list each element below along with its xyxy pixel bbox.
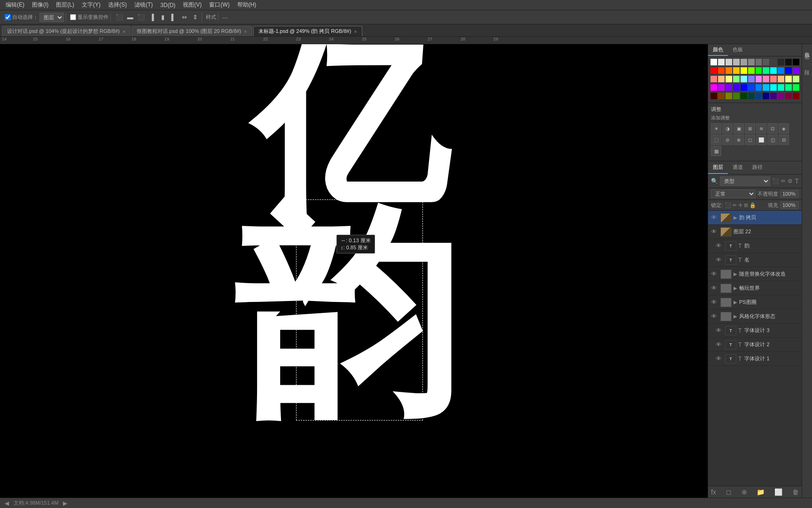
new-adjustment-btn[interactable]: ⊕ [742, 488, 747, 496]
swatch-lime[interactable] [793, 76, 799, 82]
swatch-40[interactable] [770, 59, 777, 65]
swatch-amber[interactable] [733, 67, 740, 74]
swatch-peach[interactable] [718, 76, 725, 82]
strip-paragraph-icon[interactable]: 段 [803, 64, 812, 68]
swatch-white[interactable] [710, 59, 717, 65]
add-mask-btn[interactable]: ◻ [726, 488, 732, 496]
swatch-crimson[interactable] [785, 93, 792, 99]
swatch-salmon[interactable] [770, 76, 777, 82]
swatch-aqua[interactable] [770, 84, 777, 91]
new-group-btn[interactable]: 📁 [757, 488, 765, 496]
layer-eye-fontdesign1[interactable]: 👁 [716, 355, 723, 362]
swatch-khaki[interactable] [785, 76, 792, 82]
adj-posterize-icon[interactable]: ◫ [767, 135, 778, 145]
adj-colorbalance-icon[interactable]: ◈ [779, 123, 789, 134]
swatch-periwinkle[interactable] [748, 76, 755, 82]
layer-type-filter[interactable]: 类型 [720, 176, 770, 186]
swatch-olive[interactable] [726, 93, 732, 99]
layer-eye-name-text[interactable]: 👁 [716, 256, 723, 263]
tab-untitled[interactable]: 未标题-1.psd @ 249% (韵 拷贝 RGB/8#) × [253, 26, 362, 36]
swatch-maroon[interactable] [710, 93, 717, 99]
adj-threshold-icon[interactable]: ⊟ [779, 135, 789, 145]
tab-color[interactable]: 颜色 [708, 44, 728, 56]
distribute-h-icon[interactable]: ⇔ [180, 13, 189, 22]
lock-all-icon[interactable]: 🔒 [750, 202, 756, 208]
swatch-cyan[interactable] [770, 67, 777, 74]
tab-design-close[interactable]: × [123, 29, 125, 34]
swatch-magenta[interactable] [710, 84, 717, 91]
swatch-orchid[interactable] [756, 76, 762, 82]
swatch-spring[interactable] [763, 67, 769, 74]
swatch-jade[interactable] [793, 84, 799, 91]
swatch-chartreuse[interactable] [748, 67, 755, 74]
tab-design[interactable]: 设计对话.psd @ 104% (提起设计的梦想 RGB/8#) × [2, 26, 131, 36]
swatch-indigo[interactable] [733, 84, 740, 91]
layer-eye-group-ps[interactable]: 👁 [711, 299, 718, 306]
swatch-darkgreen[interactable] [741, 93, 747, 99]
swatch-cream[interactable] [726, 76, 732, 82]
align-center-icon[interactable]: ▮ [158, 13, 167, 22]
menu-image[interactable]: 图像(I) [28, 0, 52, 10]
swatch-d0[interactable] [726, 59, 732, 65]
layer-filter-icon3[interactable]: ⚙ [788, 178, 793, 184]
more-options[interactable]: ··· [220, 14, 230, 21]
tab-cutout[interactable]: 抠图教程对话.psd @ 100% (图层 20 RGB/8#) × [132, 26, 252, 36]
adj-bw-icon[interactable]: ⬚ [711, 135, 721, 145]
layer-item-group-random[interactable]: 👁 ▶ 随意替换化字体改造 [708, 267, 802, 281]
layer-eye-yun-text[interactable]: 👁 [716, 242, 723, 249]
tab-untitled-close[interactable]: × [354, 29, 357, 34]
layer-item-name-text[interactable]: 👁 T T 名 [708, 253, 802, 267]
swatch-black[interactable] [793, 59, 799, 65]
layer-group-arrow-world[interactable]: ▶ [734, 286, 737, 291]
lock-position-icon[interactable]: ✛ [738, 202, 742, 208]
layer-group-arrow-ps[interactable]: ▶ [734, 300, 737, 305]
opacity-input[interactable] [780, 190, 799, 198]
menu-window[interactable]: 窗口(W) [205, 0, 233, 10]
layer-item-yun-copy[interactable]: 👁 ▶ 韵 拷贝 [708, 211, 802, 225]
swatch-88[interactable] [748, 59, 755, 65]
layer-filter-icon1[interactable]: ⬛ [772, 178, 779, 184]
new-layer-btn[interactable]: ⬜ [774, 488, 782, 496]
layer-group-arrow-yun[interactable]: ▶ [734, 215, 737, 220]
layer-item-group-ps[interactable]: 👁 ▶ PS图圈 [708, 295, 802, 310]
layer-item-fontdesign3[interactable]: 👁 T T 字体设计 3 [708, 324, 802, 338]
swatch-purple3[interactable] [778, 93, 784, 99]
layer-eye-fontdesign3[interactable]: 👁 [716, 327, 723, 334]
lock-transparent-icon[interactable]: ⬛ [725, 202, 731, 208]
tab-channels[interactable]: 通道 [728, 161, 748, 174]
distribute-v-icon[interactable]: ⇕ [190, 13, 200, 22]
swatch-emerald[interactable] [785, 84, 792, 91]
menu-layer[interactable]: 图层(L) [52, 0, 78, 10]
adj-exposure-icon[interactable]: ⊞ [745, 123, 755, 134]
swatch-yellow[interactable] [741, 67, 747, 74]
menu-help[interactable]: 帮助(H) [234, 0, 260, 10]
swatch-azure[interactable] [778, 67, 784, 74]
swatch-purple2[interactable] [726, 84, 732, 91]
menu-filter[interactable]: 滤镜(T) [131, 0, 156, 10]
layer-filter-icon2[interactable]: ✏ [781, 178, 786, 184]
swatch-70[interactable] [756, 59, 762, 65]
swatch-tan[interactable] [778, 76, 784, 82]
menu-edit[interactable]: 编辑(E) [2, 0, 28, 10]
layer-group-arrow-font[interactable]: ▶ [734, 314, 737, 319]
add-layer-style-btn[interactable]: fx [711, 488, 716, 496]
layer-group-arrow-random[interactable]: ▶ [734, 271, 737, 277]
strip-color-icon[interactable]: 颜色 [803, 46, 812, 50]
auto-select-dropdown[interactable]: 图层 [39, 13, 64, 22]
swatch-darkred[interactable] [793, 93, 799, 99]
layer-item-group-font[interactable]: 👁 ▶ 风格化字体形态 [708, 310, 802, 324]
swatch-darkolive[interactable] [733, 93, 740, 99]
layer-eye-group-random[interactable]: 👁 [711, 270, 718, 278]
align-right-icon[interactable]: ▌ [169, 13, 178, 22]
layer-eye-group-font[interactable]: 👁 [711, 313, 718, 320]
tab-cutout-close[interactable]: × [244, 29, 247, 34]
swatch-cornflower[interactable] [756, 84, 762, 91]
adj-invert-icon[interactable]: ⬜ [756, 135, 766, 145]
swatch-dodger[interactable] [748, 84, 755, 91]
menu-select[interactable]: 选择(S) [104, 0, 131, 10]
swatch-blue[interactable] [785, 67, 792, 74]
layer-eye-fontdesign2[interactable]: 👁 [716, 341, 723, 348]
tab-layers[interactable]: 图层 [708, 161, 728, 174]
layer-eye-group-world[interactable]: 👁 [711, 285, 718, 292]
canvas-area[interactable]: 亿 韵 ↔: 0.13 厘米 ↕: 0.85 厘米 [0, 44, 708, 498]
